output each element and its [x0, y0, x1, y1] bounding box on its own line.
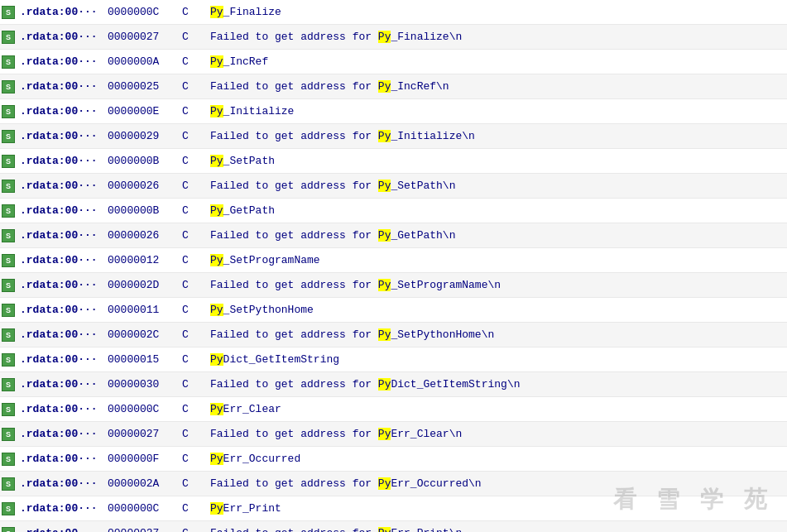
col-offset: 00000012 [108, 254, 182, 266]
col-type: C [182, 55, 207, 68]
text-suffix: _Finalize\n [391, 31, 462, 43]
col-type: C [182, 527, 207, 532]
text-highlight: Py [378, 80, 391, 93]
s-icon: S [2, 328, 15, 342]
table-row: S.rdata:00···00000015CPyDict_GetItemStri… [0, 347, 787, 372]
s-icon: S [2, 80, 15, 93]
table-row: S.rdata:00···00000027CFailed to get addr… [0, 521, 787, 532]
text-prefix: Failed to get address for [210, 477, 378, 490]
text-suffix: Err_Occurred\n [391, 477, 481, 490]
row-icon: S [0, 447, 17, 471]
col-segment: .rdata:00··· [17, 502, 108, 515]
text-suffix: Err_Clear\n [391, 428, 462, 440]
table-row: S.rdata:00···00000029CFailed to get addr… [0, 124, 787, 149]
col-offset: 00000015 [108, 353, 182, 366]
table-row: S.rdata:00···0000000BCPy_GetPath [0, 199, 787, 223]
col-segment: .rdata:00··· [17, 204, 108, 217]
text-suffix: _SetPath\n [391, 180, 455, 192]
col-text: Failed to get address for Py_IncRef\n [207, 80, 787, 93]
col-segment: .rdata:00··· [17, 155, 108, 167]
s-icon: S [2, 130, 15, 143]
row-icon: S [0, 74, 17, 98]
text-suffix: _SetProgramName [223, 254, 320, 266]
text-suffix: _Finalize [223, 6, 281, 18]
col-text: Failed to get address for PyErr_Print\n [207, 527, 787, 532]
col-segment: .rdata:00··· [17, 130, 108, 142]
col-type: C [182, 477, 207, 490]
row-icon: S [0, 298, 17, 322]
col-text: PyErr_Clear [207, 403, 787, 415]
col-type: C [182, 403, 207, 415]
text-prefix: Failed to get address for [210, 279, 378, 291]
row-icon: S [0, 397, 17, 421]
col-segment: .rdata:00··· [17, 229, 108, 242]
text-suffix: Err_Clear [223, 403, 281, 415]
table-row: S.rdata:00···00000012CPy_SetProgramName [0, 248, 787, 273]
s-icon: S [2, 6, 15, 19]
col-segment: .rdata:00··· [17, 55, 108, 68]
table-row: S.rdata:00···00000026CFailed to get addr… [0, 223, 787, 248]
table-row: S.rdata:00···0000000CCPyErr_Print [0, 496, 787, 521]
col-segment: .rdata:00··· [17, 279, 108, 291]
s-icon: S [2, 31, 15, 44]
text-highlight: Py [210, 403, 223, 415]
col-type: C [182, 130, 207, 142]
row-icon: S [0, 496, 17, 520]
col-type: C [182, 180, 207, 192]
table-row: S.rdata:00···0000000BCPy_SetPath [0, 149, 787, 174]
text-prefix: Failed to get address for [210, 428, 378, 440]
col-text: Failed to get address for PyErr_Occurred… [207, 477, 787, 490]
row-icon: S [0, 174, 17, 198]
table-row: S.rdata:00···0000000ACPy_IncRef [0, 50, 787, 74]
col-text: Py_GetPath [207, 204, 787, 217]
col-text: Failed to get address for PyErr_Clear\n [207, 428, 787, 440]
table-row: S.rdata:00···0000002DCFailed to get addr… [0, 273, 787, 298]
text-prefix: Failed to get address for [210, 378, 378, 391]
table-row: S.rdata:00···00000025CFailed to get addr… [0, 74, 787, 99]
text-highlight: Py [210, 6, 223, 18]
row-icon: S [0, 50, 17, 74]
text-suffix: _IncRef [223, 55, 269, 68]
col-text: Py_IncRef [207, 55, 787, 68]
col-segment: .rdata:00··· [17, 477, 108, 490]
col-text: Failed to get address for Py_SetPath\n [207, 180, 787, 192]
col-offset: 0000000A [108, 55, 182, 68]
col-segment: .rdata:00··· [17, 254, 108, 266]
table-row: S.rdata:00···00000027CFailed to get addr… [0, 25, 787, 50]
text-suffix: _SetPythonHome [223, 304, 314, 316]
text-prefix: Failed to get address for [210, 229, 378, 242]
col-segment: .rdata:00··· [17, 527, 108, 532]
col-text: Py_Initialize [207, 105, 787, 117]
col-offset: 00000029 [108, 130, 182, 142]
table-row: S.rdata:00···00000011CPy_SetPythonHome [0, 298, 787, 323]
row-icon: S [0, 199, 17, 223]
col-segment: .rdata:00··· [17, 304, 108, 316]
text-suffix: _IncRef\n [391, 80, 449, 93]
col-offset: 00000011 [108, 304, 182, 316]
text-suffix: Err_Occurred [223, 453, 301, 465]
s-icon: S [2, 180, 15, 193]
row-icon: S [0, 323, 17, 347]
col-offset: 0000000C [108, 403, 182, 415]
text-prefix: Failed to get address for [210, 130, 378, 142]
s-icon: S [2, 502, 15, 515]
text-highlight: Py [378, 180, 391, 192]
col-text: Py_SetProgramName [207, 254, 787, 266]
col-offset: 0000000B [108, 204, 182, 217]
col-offset: 00000027 [108, 428, 182, 440]
col-offset: 0000002C [108, 328, 182, 341]
col-segment: .rdata:00··· [17, 428, 108, 440]
s-icon: S [2, 527, 15, 533]
col-type: C [182, 428, 207, 440]
col-text: Failed to get address for Py_Finalize\n [207, 31, 787, 43]
table-row: S.rdata:00···0000002ACFailed to get addr… [0, 472, 787, 496]
s-icon: S [2, 403, 15, 416]
col-offset: 00000025 [108, 80, 182, 93]
col-offset: 00000026 [108, 229, 182, 242]
s-icon: S [2, 155, 15, 168]
col-text: Failed to get address for Py_GetPath\n [207, 229, 787, 242]
col-text: Failed to get address for PyDict_GetItem… [207, 378, 787, 391]
text-highlight: Py [378, 31, 391, 43]
table-row: S.rdata:00···00000027CFailed to get addr… [0, 422, 787, 447]
row-icon: S [0, 372, 17, 396]
